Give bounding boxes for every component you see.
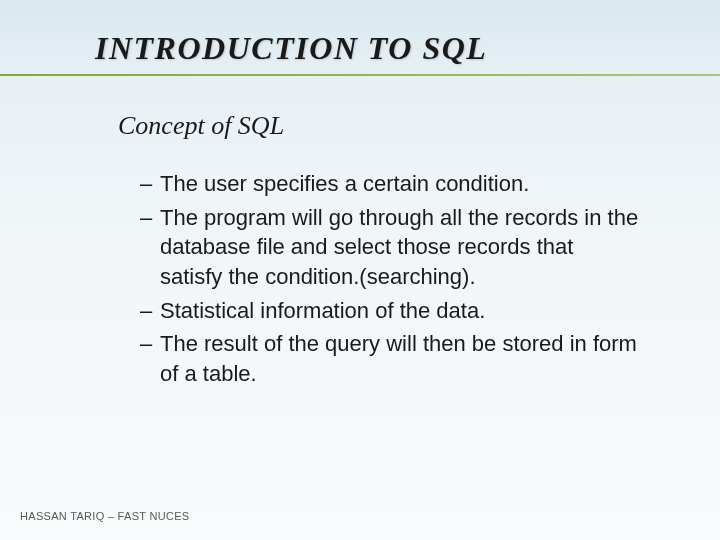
list-item: The program will go through all the reco…: [140, 203, 640, 292]
slide-footer: HASSAN TARIQ – FAST NUCES: [20, 510, 190, 522]
slide-title: INTRODUCTION TO SQL: [0, 0, 720, 73]
bullet-list: The user specifies a certain condition. …: [0, 141, 720, 389]
title-underline: [0, 74, 720, 76]
list-item: The user specifies a certain condition.: [140, 169, 640, 199]
list-item: The result of the query will then be sto…: [140, 329, 640, 388]
slide-subtitle: Concept of SQL: [0, 73, 720, 141]
list-item: Statistical information of the data.: [140, 296, 640, 326]
slide: INTRODUCTION TO SQL Concept of SQL The u…: [0, 0, 720, 540]
